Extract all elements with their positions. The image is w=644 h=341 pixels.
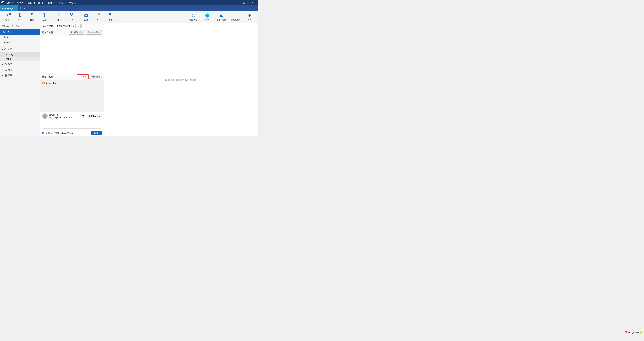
view-toggle-button[interactable]: ☰ [76, 24, 81, 28]
workspace-text: WORKSPACE [6, 25, 19, 27]
commit-time-button[interactable]: ⏱ [80, 114, 85, 118]
menu-help[interactable]: 帮助(H) [67, 1, 77, 4]
branch-ios-js-label: iOS_JS [8, 53, 16, 56]
svg-rect-33 [2, 25, 4, 27]
settings-label: 设置 [248, 18, 252, 21]
dropdown-icon: ▾ [82, 25, 84, 27]
chevron-right-icon: ▶ [2, 63, 3, 65]
merge-label: 合并 [70, 18, 74, 21]
toolbar-merge-button[interactable]: 合并 [66, 12, 77, 23]
push-checkbox[interactable] [42, 132, 44, 134]
minimize-button[interactable]: ─ [232, 0, 240, 5]
menu-file[interactable]: 文件(F) [6, 1, 16, 4]
toolbar-explorer-button[interactable]: 资源管理器 [229, 12, 242, 23]
toolbar-discard-button[interactable]: 丢弃 [92, 12, 104, 23]
title-bar: 文件(F) 编辑(E) 查看(V) 仓库(R) 操作(A) 工具(T) 帮助(H… [0, 0, 258, 5]
main-layout: WORKSPACE 文件状态 History Search ▾ 分支 [0, 23, 258, 136]
content-area: 待定的文件, 已依照文件状态排序 ▾ ☰ ▾ 已暂存文件 取消所有暂存 [40, 23, 258, 136]
stash-header: 已暂存文件 取消所有暂存 取消选定暂存 [40, 29, 104, 36]
remote-label-sidebar: 远程 [8, 68, 12, 71]
svg-point-17 [70, 13, 71, 14]
stash-selected-button[interactable]: 暂存所选 [90, 74, 102, 79]
tab-dropdown-button[interactable]: ▾ [23, 5, 27, 11]
sidebar-section-branches[interactable]: ▾ 分支 [0, 46, 40, 52]
sidebar-branch-main[interactable]: main [0, 57, 40, 61]
sort-dropdown[interactable]: 待定的文件, 已依照文件状态排序 ▾ [42, 24, 76, 28]
tag-label: 标签 [109, 18, 113, 21]
tab-attackpage[interactable]: AttackPage × [0, 5, 18, 11]
commit-area: Lawgeek <jou.dzyi@sjtu.edu.cn> ⏱ 提交选项...… [40, 112, 104, 136]
file-item-index-html[interactable]: M index.html + [40, 80, 104, 85]
diff-panel: Select a file to view the diff [104, 23, 258, 136]
commit-user-label: Lawgeek <jou.dzyi@sjtu.edu.cn> [49, 114, 79, 119]
commit-options-label: 提交选项... [88, 115, 98, 118]
push-icon [30, 13, 34, 18]
toolbar-gitflow-button[interactable]: Git工作流 [186, 12, 200, 23]
remote-icon: 🌐 [205, 13, 210, 18]
toolbar-tag-button[interactable]: 标签 [105, 12, 117, 23]
toolbar-settings-button[interactable]: ⚙ 设置 [243, 12, 256, 23]
menu-action[interactable]: 操作(A) [47, 1, 57, 4]
list-view-icon: ☰ [78, 25, 80, 27]
menu-view[interactable]: 查看(V) [26, 1, 36, 4]
sidebar-item-history[interactable]: History [0, 34, 40, 40]
sidebar-section-remote[interactable]: ▶ 远程 [0, 67, 40, 72]
branch-icon [57, 13, 61, 18]
terminal-icon [219, 13, 224, 18]
cancel-selected-stash-button[interactable]: 取消选定暂存 [86, 30, 102, 34]
file-modified-icon: M [42, 82, 45, 84]
sidebar-section-stash[interactable]: ▶ 贮藏 [0, 72, 40, 78]
push-label: 推送 [30, 18, 34, 21]
svg-point-19 [71, 15, 72, 16]
close-button[interactable]: ✕ [248, 0, 256, 5]
file-view: 待定的文件, 已依照文件状态排序 ▾ ☰ ▾ 已暂存文件 取消所有暂存 [40, 23, 258, 136]
svg-point-1 [2, 2, 3, 3]
sidebar-item-search[interactable]: Search [0, 40, 40, 45]
toolbar-commit-button[interactable]: 1 提交 [1, 12, 13, 23]
svg-point-18 [72, 13, 73, 14]
sidebar-branch-ios-js[interactable]: ● iOS_JS [0, 52, 40, 57]
svg-point-28 [194, 16, 194, 16]
merge-icon [70, 13, 74, 18]
toolbar-fetch-button[interactable]: 获取 [38, 12, 50, 23]
cancel-all-stash-button[interactable]: 取消所有暂存 [69, 30, 85, 34]
svg-point-39 [5, 63, 6, 64]
stash-section: 已暂存文件 取消所有暂存 取消选定暂存 [40, 29, 104, 73]
tab-menu-button[interactable]: ≡ [252, 5, 258, 11]
commit-message-area[interactable] [42, 120, 102, 128]
svg-point-13 [58, 13, 58, 14]
window-controls: ─ □ ✕ [232, 0, 256, 5]
commit-submit-button[interactable]: 提交 [91, 131, 102, 135]
view-dropdown-button[interactable]: ▾ [81, 24, 85, 28]
maximize-button[interactable]: □ [240, 0, 248, 5]
unstash-title: 未暂存文件 [42, 75, 75, 78]
toolbar-branch-button[interactable]: 分支 [53, 12, 65, 23]
menu-tools[interactable]: 工具(T) [57, 1, 67, 4]
branches-label: 分支 [8, 48, 12, 51]
commit-message-input[interactable] [42, 120, 102, 128]
file-add-icon[interactable]: + [100, 81, 102, 84]
toolbar-remote-button[interactable]: 🌐 远端 [200, 12, 214, 23]
tab-close-icon[interactable]: × [14, 7, 16, 9]
active-branch-dot: ● [6, 53, 7, 55]
tags-label: 标签 [8, 62, 12, 65]
sidebar-item-file-status[interactable]: 文件状态 [0, 29, 40, 34]
commit-badge: 1 [9, 13, 11, 15]
title-bar-left: 文件(F) 编辑(E) 查看(V) 仓库(R) 操作(A) 工具(T) 帮助(H… [1, 1, 77, 4]
toolbar: 1 提交 拉取 [0, 11, 258, 23]
menu-repo[interactable]: 仓库(R) [36, 1, 46, 4]
toolbar-stash-button[interactable]: 贮藏 [80, 12, 92, 23]
toolbar-push-button[interactable]: 推送 [26, 12, 38, 23]
new-tab-button[interactable]: + [18, 5, 23, 11]
stash-all-button[interactable]: 暂存所有 [77, 74, 89, 79]
unstash-header: 未暂存文件 暂存所有 暂存所选 [40, 73, 104, 80]
toolbar-terminal-button[interactable]: 命令行模式 [215, 12, 228, 23]
svg-point-26 [110, 14, 110, 14]
commit-options-button[interactable]: 提交选项... ▾ [87, 114, 102, 118]
remote-label: 远端 [206, 18, 209, 21]
toolbar-pull-button[interactable]: 拉取 [14, 12, 26, 23]
menu-edit[interactable]: 编辑(E) [16, 1, 26, 4]
sidebar-section-tags[interactable]: ▶ 标签 [0, 61, 40, 67]
tab-label: AttackPage [2, 7, 13, 9]
options-arrow-icon: ▾ [99, 115, 100, 117]
